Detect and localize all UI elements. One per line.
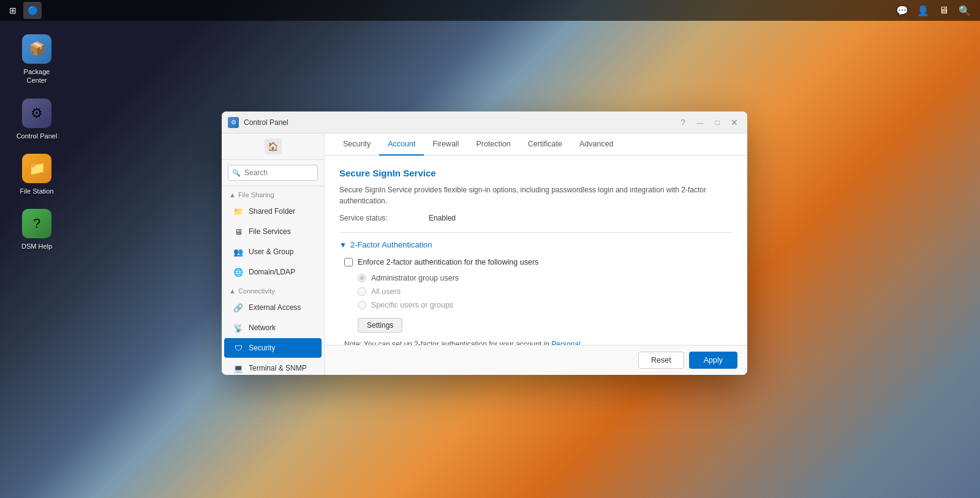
radio-admin-group-input[interactable] — [358, 274, 366, 282]
taskbar-left: ⊞ 🔵 — [0, 2, 45, 19]
service-status-label: Service status: — [339, 214, 394, 222]
sidebar-item-domain-ldap-label: Domain/LDAP — [249, 268, 295, 276]
sidebar-item-external-access-label: External Access — [249, 303, 301, 312]
sidebar-item-domain-ldap[interactable]: 🌐 Domain/LDAP — [224, 262, 322, 282]
window-help-button[interactable]: ? — [676, 116, 690, 129]
twofa-accordion-header[interactable]: ▼ 2-Factor Authentication — [339, 240, 733, 249]
2fa-note-text: Note: You can set up 2-factor authentica… — [344, 340, 549, 345]
2fa-radio-group: Administrator group users All users Spec… — [344, 274, 733, 309]
tab-security[interactable]: Security — [334, 134, 379, 156]
network-icon: 📡 — [233, 322, 244, 333]
radio-admin-group: Administrator group users — [358, 274, 733, 282]
tab-protection[interactable]: Protection — [467, 134, 519, 156]
sidebar-item-file-services[interactable]: 🖥 File Services — [224, 222, 322, 241]
taskbar: ⊞ 🔵 💬 👤 🖥 🔍 — [0, 0, 980, 21]
sidebar-home-button[interactable]: 🏠 — [265, 138, 282, 154]
file-station-label: File Station — [20, 187, 53, 195]
sidebar-item-user-group[interactable]: 👥 User & Group — [224, 242, 322, 262]
user-group-icon: 👥 — [233, 246, 244, 257]
control-panel-window: ⚙ Control Panel ? — □ ✕ 🏠 🔍 ▲ Fil — [222, 111, 747, 375]
sidebar-item-external-access[interactable]: 🔗 External Access — [224, 298, 322, 317]
content-area: Secure SignIn Service Secure SignIn Serv… — [325, 156, 747, 345]
taskbar-chat-icon[interactable]: 💬 — [893, 2, 911, 19]
file-station-icon-img: 📁 — [22, 154, 51, 183]
taskbar-apps-button[interactable]: ⊞ — [4, 2, 22, 19]
control-panel-icon-img: ⚙ — [22, 99, 51, 128]
taskbar-search-icon[interactable]: 🔍 — [956, 2, 974, 19]
desktop-icon-dsm-help[interactable]: ? DSM Help — [12, 205, 61, 254]
sidebar-section-collapse-icon: ▲ — [229, 191, 236, 198]
content-title: Secure SignIn Service — [339, 168, 733, 178]
radio-all-users-input[interactable] — [358, 287, 366, 296]
package-center-icon-img: 📦 — [22, 34, 51, 64]
sidebar-item-file-services-label: File Services — [249, 227, 291, 236]
service-status-value: Enabled — [429, 214, 456, 222]
domain-ldap-icon: 🌐 — [233, 266, 244, 277]
sidebar-item-user-group-label: User & Group — [249, 247, 293, 256]
sidebar-item-terminal-snmp[interactable]: 💻 Terminal & SNMP — [224, 358, 322, 375]
2fa-note-end: . — [581, 340, 582, 345]
sidebar-item-security[interactable]: 🛡 Security — [224, 338, 322, 358]
window-title: Control Panel — [244, 118, 676, 127]
desktop-icon-control-panel[interactable]: ⚙ Control Panel — [12, 95, 61, 144]
2fa-note: Note: You can set up 2-factor authentica… — [344, 340, 733, 345]
sidebar-item-shared-folder-label: Shared Folder — [249, 207, 295, 216]
dsm-help-icon-img: ? — [22, 209, 51, 238]
window-minimize-button[interactable]: — — [693, 116, 707, 129]
twofa-section: ▼ 2-Factor Authentication Enforce 2-fact… — [339, 232, 733, 345]
taskbar-right: 💬 👤 🖥 🔍 — [887, 2, 980, 19]
radio-specific-users-label: Specific users or groups — [371, 301, 453, 309]
twofa-content: Enforce 2-factor authentication for the … — [339, 258, 733, 345]
2fa-settings-button[interactable]: Settings — [358, 318, 402, 333]
sidebar-search-area: 🔍 — [222, 160, 324, 186]
enforce-2fa-label: Enforce 2-factor authentication for the … — [358, 258, 538, 266]
terminal-snmp-icon: 💻 — [233, 363, 244, 374]
tab-account[interactable]: Account — [379, 134, 424, 156]
window-app-icon: ⚙ — [228, 117, 239, 128]
radio-all-users-label: All users — [371, 287, 401, 296]
sidebar-section-file-sharing: ▲ File Sharing — [222, 186, 324, 201]
desktop-icon-file-station[interactable]: 📁 File Station — [12, 150, 61, 199]
radio-specific-users: Specific users or groups — [358, 301, 733, 309]
apply-button[interactable]: Apply — [689, 352, 737, 369]
tab-certificate[interactable]: Certificate — [519, 134, 571, 156]
sidebar-item-network-label: Network — [249, 323, 276, 332]
twofa-section-title: 2-Factor Authentication — [350, 240, 432, 249]
sidebar-item-terminal-snmp-label: Terminal & SNMP — [249, 364, 307, 372]
service-status-row: Service status: Enabled — [339, 214, 733, 222]
desktop-icon-package-center[interactable]: 📦 Package Center — [12, 31, 61, 89]
taskbar-active-app[interactable]: 🔵 — [23, 2, 42, 19]
window-footer: Reset Apply — [325, 345, 747, 375]
content-description: Secure SignIn Service provides flexible … — [339, 184, 733, 206]
window-close-button[interactable]: ✕ — [728, 116, 741, 129]
sidebar: 🏠 🔍 ▲ File Sharing 📁 Shared Folder 🖥 Fil… — [222, 134, 325, 375]
window-body: 🏠 🔍 ▲ File Sharing 📁 Shared Folder 🖥 Fil… — [222, 134, 747, 375]
sidebar-section-label: File Sharing — [238, 191, 274, 198]
tabs-bar: Security Account Firewall Protection Cer… — [325, 134, 747, 156]
sidebar-connectivity-collapse-icon: ▲ — [229, 287, 236, 295]
sidebar-item-shared-folder[interactable]: 📁 Shared Folder — [224, 202, 322, 221]
sidebar-search-input[interactable] — [228, 165, 318, 181]
reset-button[interactable]: Reset — [638, 352, 684, 369]
taskbar-user-icon[interactable]: 👤 — [914, 2, 932, 19]
2fa-note-link[interactable]: Personal — [551, 340, 580, 345]
sidebar-connectivity-label: Connectivity — [238, 287, 275, 295]
shared-folder-icon: 📁 — [233, 206, 244, 217]
tab-advanced[interactable]: Advanced — [571, 134, 622, 156]
radio-admin-group-label: Administrator group users — [371, 274, 459, 282]
sidebar-item-network[interactable]: 📡 Network — [224, 318, 322, 338]
main-content: Security Account Firewall Protection Cer… — [325, 134, 747, 375]
external-access-icon: 🔗 — [233, 302, 244, 313]
taskbar-display-icon[interactable]: 🖥 — [935, 2, 953, 19]
desktop-icons: 📦 Package Center ⚙ Control Panel 📁 File … — [12, 31, 61, 254]
twofa-collapse-icon: ▼ — [339, 241, 347, 249]
tab-firewall[interactable]: Firewall — [424, 134, 467, 156]
control-panel-label: Control Panel — [17, 132, 58, 140]
file-services-icon: 🖥 — [233, 226, 244, 237]
enforce-2fa-checkbox[interactable] — [344, 258, 353, 266]
radio-specific-users-input[interactable] — [358, 301, 366, 309]
sidebar-item-security-label: Security — [249, 344, 275, 352]
window-maximize-button[interactable]: □ — [710, 116, 724, 129]
window-titlebar: ⚙ Control Panel ? — □ ✕ — [222, 111, 747, 134]
sidebar-search-wrap: 🔍 — [228, 165, 318, 181]
